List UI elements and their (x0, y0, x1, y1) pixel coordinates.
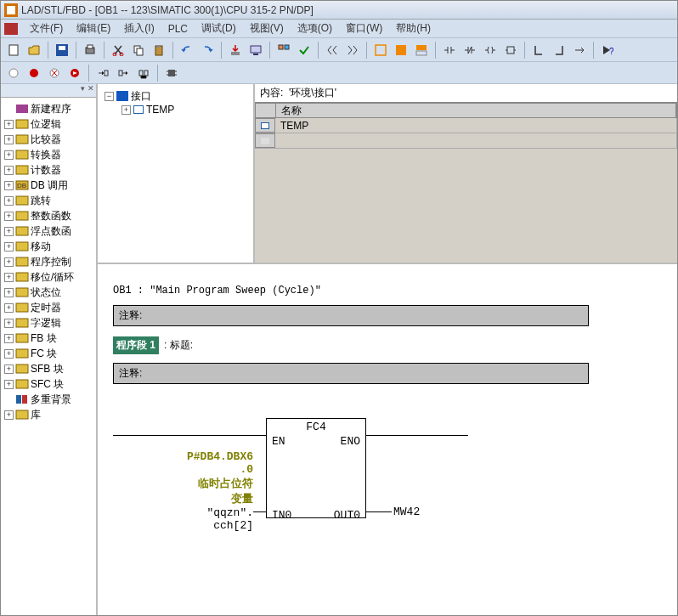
menu-file[interactable]: 文件(F) (23, 20, 70, 37)
grid-row[interactable]: TEMP (255, 118, 677, 133)
in0-val-4[interactable]: 变量 (121, 491, 253, 506)
tree-item[interactable]: +定时器 (3, 300, 94, 315)
svg-rect-29 (119, 71, 122, 76)
ob-title: OB1 : "Main Program Sweep (Cycle)" (113, 285, 662, 297)
view-a-button[interactable] (371, 41, 390, 59)
bp-go-button[interactable] (65, 64, 84, 82)
tree-item[interactable]: +FB 块 (3, 331, 94, 346)
coil-button[interactable] (481, 41, 500, 59)
in0-val-2[interactable]: .0 (121, 463, 253, 476)
box-button[interactable] (501, 41, 520, 59)
svg-text:?: ? (609, 47, 613, 56)
svg-rect-49 (16, 334, 28, 342)
tree-item[interactable]: +DBDB 调用 (3, 178, 94, 193)
tree-item[interactable]: 多重背景 (3, 392, 94, 407)
tree-item[interactable]: +浮点数函 (3, 223, 94, 239)
iface-root[interactable]: − 接口 (103, 89, 248, 103)
menu-options[interactable]: 选项(O) (291, 20, 339, 37)
out0-value[interactable]: MW42 (393, 506, 420, 518)
svg-rect-15 (253, 54, 258, 55)
tree-item[interactable]: +状态位 (3, 285, 94, 300)
grid-body[interactable]: TEMP (255, 118, 677, 263)
dropdown-icon[interactable]: ▾ ✕ (81, 84, 94, 97)
tree-item[interactable]: +位逻辑 (3, 116, 94, 132)
fbd-network[interactable]: FC4 EN ENO IN0 OUT0 P#DB4.DBX6 .0 临时占位符 … (113, 401, 589, 554)
download-button[interactable] (226, 41, 245, 59)
save-button[interactable] (53, 41, 71, 59)
cut-button[interactable] (109, 41, 127, 59)
tree-item[interactable]: +移动 (3, 239, 94, 254)
undo-button[interactable] (178, 41, 196, 59)
redo-button[interactable] (198, 41, 217, 59)
tree-item[interactable]: +SFC 块 (3, 376, 94, 392)
check-button[interactable] (295, 41, 314, 59)
bp-white-button[interactable] (4, 64, 23, 82)
tree-item[interactable]: +整数函数 (3, 208, 94, 223)
main-area: ▾ ✕ 新建程序 +位逻辑 +比较器 +转换器 +计数器 +DBDB 调用 +跳… (1, 84, 677, 615)
tree-item[interactable]: +比较器 (3, 132, 94, 147)
step-out-button[interactable] (134, 64, 153, 82)
in0-val-3[interactable]: 临时占位符 (121, 476, 253, 491)
iface-root-label: 接口 (131, 89, 151, 104)
svg-rect-30 (139, 71, 143, 76)
step-into-button[interactable] (114, 64, 133, 82)
connector-button[interactable] (570, 41, 589, 59)
code-editor[interactable]: OB1 : "Main Program Sweep (Cycle)" 注释: 程… (98, 264, 677, 615)
menu-debug[interactable]: 调试(D) (195, 20, 243, 37)
iface-temp[interactable]: + TEMP (103, 103, 248, 116)
network-comment[interactable]: 注释: (113, 363, 589, 384)
network-tag[interactable]: 程序段 1 (113, 336, 159, 354)
tree-item[interactable]: +SFB 块 (3, 361, 94, 376)
svg-rect-35 (16, 135, 28, 144)
tree-item[interactable]: +计数器 (3, 162, 94, 178)
tree-item[interactable]: +字逻辑 (3, 315, 94, 331)
catalog-tree[interactable]: 新建程序 +位逻辑 +比较器 +转换器 +计数器 +DBDB 调用 +跳转 +整… (1, 98, 96, 615)
interface-tree-pane[interactable]: − 接口 + TEMP (98, 84, 255, 263)
in0-val-5[interactable]: "qqzn". (121, 506, 253, 519)
tree-item[interactable]: +移位/循环 (3, 269, 94, 285)
branch-open-button[interactable] (529, 41, 548, 59)
system-icon[interactable] (4, 23, 18, 35)
menu-plc[interactable]: PLC (161, 21, 195, 37)
menu-window[interactable]: 窗口(W) (339, 20, 389, 37)
view-b-button[interactable] (392, 41, 410, 59)
new-button[interactable] (4, 41, 23, 59)
tree-item[interactable]: 新建程序 (3, 101, 94, 116)
open-button[interactable] (25, 41, 43, 59)
bp-red-button[interactable] (25, 64, 43, 82)
step-button[interactable] (93, 64, 112, 82)
copy-button[interactable] (129, 41, 148, 59)
goto-next-button[interactable] (343, 41, 362, 59)
svg-point-25 (30, 69, 38, 77)
print-button[interactable] (81, 41, 99, 59)
tree-item[interactable]: +FC 块 (3, 346, 94, 361)
bp-cross-button[interactable] (45, 64, 64, 82)
paste-button[interactable] (150, 41, 168, 59)
in0-val-6[interactable]: cch[2] (121, 519, 253, 532)
cpu-button[interactable] (162, 64, 181, 82)
block-view-button[interactable] (274, 41, 293, 59)
grid-row[interactable] (255, 133, 677, 149)
col-name[interactable]: 名称 (276, 104, 676, 117)
branch-close-button[interactable] (550, 41, 568, 59)
svg-rect-16 (279, 45, 283, 49)
in0-val-1[interactable]: P#DB4.DBX6 (121, 450, 253, 463)
block-comment[interactable]: 注释: (113, 305, 589, 326)
tree-item[interactable]: +转换器 (3, 147, 94, 162)
monitor-button[interactable] (246, 41, 265, 59)
fc4-block[interactable]: FC4 EN ENO IN0 OUT0 (266, 418, 366, 518)
menu-insert[interactable]: 插入(I) (117, 20, 161, 37)
help-button[interactable]: ? (598, 41, 617, 59)
tree-item[interactable]: +程序控制 (3, 254, 94, 269)
tree-item[interactable]: +跳转 (3, 193, 94, 208)
menu-help[interactable]: 帮助(H) (389, 20, 438, 37)
menu-view[interactable]: 视图(V) (243, 20, 291, 37)
block-name: FC4 (267, 419, 365, 435)
contact-neg-button[interactable] (460, 41, 479, 59)
contact-button[interactable] (440, 41, 459, 59)
menu-edit[interactable]: 编辑(E) (70, 20, 117, 37)
tree-item[interactable]: +库 (3, 407, 94, 422)
view-c-button[interactable] (412, 41, 431, 59)
svg-rect-12 (157, 45, 161, 48)
goto-prev-button[interactable] (323, 41, 342, 59)
